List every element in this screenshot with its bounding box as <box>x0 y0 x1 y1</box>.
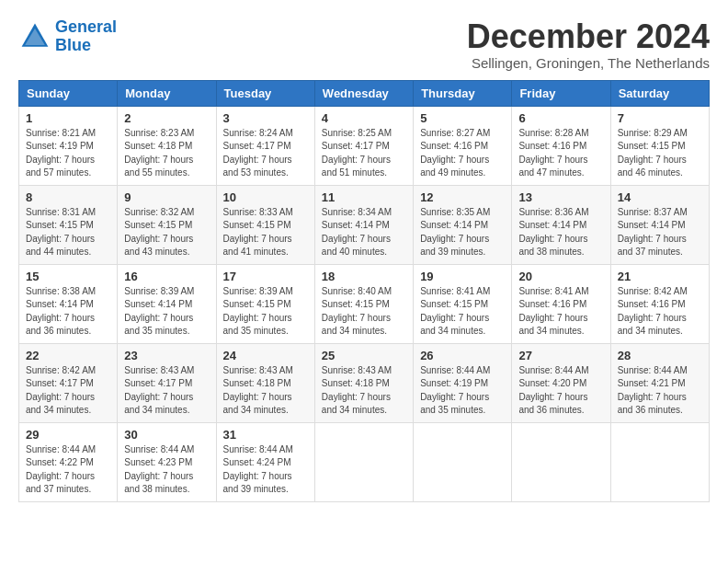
cell-sun-info: Sunrise: 8:41 AM Sunset: 4:15 PM Dayligh… <box>420 285 505 339</box>
calendar-cell: 27Sunrise: 8:44 AM Sunset: 4:20 PM Dayli… <box>512 343 610 422</box>
day-number: 1 <box>26 111 110 125</box>
calendar-cell: 29Sunrise: 8:44 AM Sunset: 4:22 PM Dayli… <box>19 422 118 501</box>
cell-sun-info: Sunrise: 8:39 AM Sunset: 4:14 PM Dayligh… <box>124 285 209 339</box>
calendar-cell: 28Sunrise: 8:44 AM Sunset: 4:21 PM Dayli… <box>610 343 709 422</box>
calendar-cell <box>414 422 512 501</box>
cell-sun-info: Sunrise: 8:42 AM Sunset: 4:17 PM Dayligh… <box>26 364 110 418</box>
day-number: 15 <box>26 270 110 283</box>
calendar-cell: 15Sunrise: 8:38 AM Sunset: 4:14 PM Dayli… <box>19 264 118 343</box>
cell-sun-info: Sunrise: 8:43 AM Sunset: 4:18 PM Dayligh… <box>322 364 406 418</box>
day-number: 12 <box>420 190 505 204</box>
day-number: 6 <box>518 111 603 125</box>
cell-sun-info: Sunrise: 8:41 AM Sunset: 4:16 PM Dayligh… <box>518 285 603 339</box>
calendar-cell: 1Sunrise: 8:21 AM Sunset: 4:19 PM Daylig… <box>19 106 118 185</box>
day-number: 7 <box>618 111 702 125</box>
header-sunday: Sunday <box>19 80 118 106</box>
calendar-cell: 9Sunrise: 8:32 AM Sunset: 4:15 PM Daylig… <box>118 185 216 264</box>
day-number: 13 <box>518 190 603 204</box>
calendar-cell: 11Sunrise: 8:34 AM Sunset: 4:14 PM Dayli… <box>314 185 413 264</box>
cell-sun-info: Sunrise: 8:23 AM Sunset: 4:18 PM Dayligh… <box>124 127 209 180</box>
day-number: 28 <box>618 349 702 362</box>
calendar-cell: 7Sunrise: 8:29 AM Sunset: 4:15 PM Daylig… <box>610 106 709 185</box>
day-number: 31 <box>223 428 308 442</box>
cell-sun-info: Sunrise: 8:32 AM Sunset: 4:15 PM Dayligh… <box>124 206 209 259</box>
calendar-cell <box>512 422 610 501</box>
cell-sun-info: Sunrise: 8:44 AM Sunset: 4:19 PM Dayligh… <box>420 364 505 418</box>
header-monday: Monday <box>118 80 216 106</box>
cell-sun-info: Sunrise: 8:29 AM Sunset: 4:15 PM Dayligh… <box>618 127 702 180</box>
day-number: 16 <box>124 270 209 283</box>
header-wednesday: Wednesday <box>314 80 413 106</box>
day-number: 11 <box>322 190 406 204</box>
calendar-cell: 12Sunrise: 8:35 AM Sunset: 4:14 PM Dayli… <box>414 185 512 264</box>
calendar-cell: 20Sunrise: 8:41 AM Sunset: 4:16 PM Dayli… <box>512 264 610 343</box>
calendar-cell: 13Sunrise: 8:36 AM Sunset: 4:14 PM Dayli… <box>512 185 610 264</box>
calendar-cell: 25Sunrise: 8:43 AM Sunset: 4:18 PM Dayli… <box>314 343 413 422</box>
day-number: 9 <box>124 190 209 204</box>
calendar-cell: 16Sunrise: 8:39 AM Sunset: 4:14 PM Dayli… <box>118 264 216 343</box>
day-number: 21 <box>618 270 702 283</box>
calendar-cell: 23Sunrise: 8:43 AM Sunset: 4:17 PM Dayli… <box>118 343 216 422</box>
cell-sun-info: Sunrise: 8:42 AM Sunset: 4:16 PM Dayligh… <box>618 285 702 339</box>
cell-sun-info: Sunrise: 8:43 AM Sunset: 4:18 PM Dayligh… <box>223 364 308 418</box>
month-title: December 2024 <box>467 18 710 55</box>
cell-sun-info: Sunrise: 8:44 AM Sunset: 4:20 PM Dayligh… <box>518 364 603 418</box>
calendar-week-4: 22Sunrise: 8:42 AM Sunset: 4:17 PM Dayli… <box>19 343 710 422</box>
logo-icon <box>18 20 51 53</box>
calendar-cell <box>610 422 709 501</box>
cell-sun-info: Sunrise: 8:44 AM Sunset: 4:24 PM Dayligh… <box>223 443 308 497</box>
calendar-cell: 14Sunrise: 8:37 AM Sunset: 4:14 PM Dayli… <box>610 185 709 264</box>
day-number: 18 <box>322 270 406 283</box>
calendar-cell: 30Sunrise: 8:44 AM Sunset: 4:23 PM Dayli… <box>118 422 216 501</box>
day-number: 10 <box>223 190 308 204</box>
calendar-cell: 8Sunrise: 8:31 AM Sunset: 4:15 PM Daylig… <box>19 185 118 264</box>
header-thursday: Thursday <box>414 80 512 106</box>
calendar-cell: 10Sunrise: 8:33 AM Sunset: 4:15 PM Dayli… <box>216 185 314 264</box>
day-number: 4 <box>322 111 406 125</box>
header-tuesday: Tuesday <box>216 80 314 106</box>
cell-sun-info: Sunrise: 8:40 AM Sunset: 4:15 PM Dayligh… <box>322 285 406 339</box>
day-number: 20 <box>518 270 603 283</box>
day-number: 22 <box>26 349 110 362</box>
day-number: 17 <box>223 270 308 283</box>
logo-line1: General <box>55 17 117 36</box>
cell-sun-info: Sunrise: 8:44 AM Sunset: 4:22 PM Dayligh… <box>26 443 110 497</box>
day-number: 14 <box>618 190 702 204</box>
logo-text: General Blue <box>55 18 117 55</box>
calendar-cell: 18Sunrise: 8:40 AM Sunset: 4:15 PM Dayli… <box>314 264 413 343</box>
day-number: 2 <box>124 111 209 125</box>
cell-sun-info: Sunrise: 8:37 AM Sunset: 4:14 PM Dayligh… <box>618 206 702 259</box>
cell-sun-info: Sunrise: 8:36 AM Sunset: 4:14 PM Dayligh… <box>518 206 603 259</box>
header-saturday: Saturday <box>610 80 709 106</box>
cell-sun-info: Sunrise: 8:39 AM Sunset: 4:15 PM Dayligh… <box>223 285 308 339</box>
day-number: 26 <box>420 349 505 362</box>
day-number: 24 <box>223 349 308 362</box>
location-subtitle: Sellingen, Groningen, The Netherlands <box>467 55 710 71</box>
page-header: General Blue December 2024 Sellingen, Gr… <box>18 18 710 71</box>
title-block: December 2024 Sellingen, Groningen, The … <box>467 18 710 71</box>
cell-sun-info: Sunrise: 8:24 AM Sunset: 4:17 PM Dayligh… <box>223 127 308 180</box>
cell-sun-info: Sunrise: 8:35 AM Sunset: 4:14 PM Dayligh… <box>420 206 505 259</box>
calendar-cell: 2Sunrise: 8:23 AM Sunset: 4:18 PM Daylig… <box>118 106 216 185</box>
cell-sun-info: Sunrise: 8:33 AM Sunset: 4:15 PM Dayligh… <box>223 206 308 259</box>
calendar-cell: 5Sunrise: 8:27 AM Sunset: 4:16 PM Daylig… <box>414 106 512 185</box>
cell-sun-info: Sunrise: 8:44 AM Sunset: 4:21 PM Dayligh… <box>618 364 702 418</box>
day-number: 3 <box>223 111 308 125</box>
cell-sun-info: Sunrise: 8:28 AM Sunset: 4:16 PM Dayligh… <box>518 127 603 180</box>
calendar-cell: 21Sunrise: 8:42 AM Sunset: 4:16 PM Dayli… <box>610 264 709 343</box>
day-number: 30 <box>124 428 209 442</box>
calendar-week-2: 8Sunrise: 8:31 AM Sunset: 4:15 PM Daylig… <box>19 185 710 264</box>
calendar-table: SundayMondayTuesdayWednesdayThursdayFrid… <box>18 80 710 502</box>
cell-sun-info: Sunrise: 8:31 AM Sunset: 4:15 PM Dayligh… <box>26 206 110 259</box>
calendar-cell: 3Sunrise: 8:24 AM Sunset: 4:17 PM Daylig… <box>216 106 314 185</box>
calendar-cell: 6Sunrise: 8:28 AM Sunset: 4:16 PM Daylig… <box>512 106 610 185</box>
day-number: 8 <box>26 190 110 204</box>
day-number: 25 <box>322 349 406 362</box>
calendar-week-1: 1Sunrise: 8:21 AM Sunset: 4:19 PM Daylig… <box>19 106 710 185</box>
calendar-cell <box>314 422 413 501</box>
logo-line2: Blue <box>55 36 91 54</box>
calendar-cell: 4Sunrise: 8:25 AM Sunset: 4:17 PM Daylig… <box>314 106 413 185</box>
calendar-cell: 26Sunrise: 8:44 AM Sunset: 4:19 PM Dayli… <box>414 343 512 422</box>
cell-sun-info: Sunrise: 8:27 AM Sunset: 4:16 PM Dayligh… <box>420 127 505 180</box>
calendar-cell: 22Sunrise: 8:42 AM Sunset: 4:17 PM Dayli… <box>19 343 118 422</box>
